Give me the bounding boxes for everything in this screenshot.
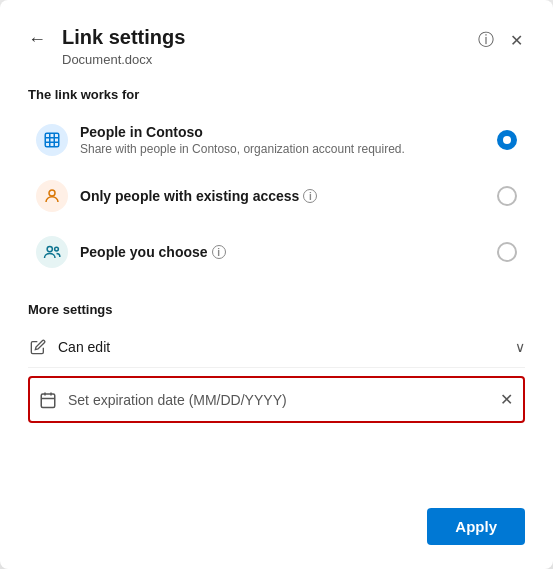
- contoso-title: People in Contoso: [80, 124, 485, 140]
- expiration-label[interactable]: Set expiration date (MM/DD/YYYY): [68, 392, 488, 408]
- close-button[interactable]: ✕: [508, 29, 525, 52]
- dialog-subtitle: Document.docx: [62, 52, 476, 67]
- choose-info-icon[interactable]: i: [212, 245, 226, 259]
- chevron-down-icon: ∨: [515, 339, 525, 355]
- existing-text: Only people with existing access i: [80, 188, 485, 204]
- radio-option-existing[interactable]: Only people with existing access i: [28, 170, 525, 222]
- expiration-close-icon[interactable]: ✕: [498, 388, 515, 411]
- dialog-footer: Apply: [28, 488, 525, 545]
- radio-options: People in Contoso Share with people in C…: [28, 114, 525, 278]
- apply-button[interactable]: Apply: [427, 508, 525, 545]
- can-edit-row[interactable]: Can edit ∨: [28, 327, 525, 368]
- link-works-for-label: The link works for: [28, 87, 525, 102]
- contoso-text: People in Contoso Share with people in C…: [80, 124, 485, 156]
- link-settings-dialog: ← Link settings Document.docx ⓘ ✕ The li…: [0, 0, 553, 569]
- edit-icon: [28, 337, 48, 357]
- svg-point-5: [49, 190, 55, 196]
- radio-choose[interactable]: [497, 242, 517, 262]
- choose-title: People you choose i: [80, 244, 485, 260]
- contoso-icon: [36, 124, 68, 156]
- choose-text: People you choose i: [80, 244, 485, 260]
- svg-rect-0: [45, 133, 59, 147]
- radio-option-choose[interactable]: People you choose i: [28, 226, 525, 278]
- calendar-icon: [38, 390, 58, 410]
- back-button[interactable]: ←: [28, 26, 54, 52]
- dialog-header: ← Link settings Document.docx ⓘ ✕: [28, 24, 525, 67]
- radio-contoso[interactable]: [497, 130, 517, 150]
- existing-icon: [36, 180, 68, 212]
- can-edit-label: Can edit: [58, 339, 505, 355]
- choose-icon: [36, 236, 68, 268]
- svg-point-6: [47, 246, 52, 251]
- svg-point-7: [55, 247, 59, 251]
- header-icons: ⓘ ✕: [476, 28, 525, 53]
- header-title-group: Link settings Document.docx: [62, 24, 476, 67]
- contoso-desc: Share with people in Contoso, organizati…: [80, 142, 485, 156]
- existing-info-icon[interactable]: i: [303, 189, 317, 203]
- svg-rect-8: [41, 394, 55, 408]
- dialog-title: Link settings: [62, 24, 476, 50]
- expiration-row[interactable]: Set expiration date (MM/DD/YYYY) ✕: [28, 376, 525, 423]
- radio-existing[interactable]: [497, 186, 517, 206]
- existing-title: Only people with existing access i: [80, 188, 485, 204]
- more-settings-label: More settings: [28, 302, 525, 317]
- radio-option-contoso[interactable]: People in Contoso Share with people in C…: [28, 114, 525, 166]
- info-button[interactable]: ⓘ: [476, 28, 496, 53]
